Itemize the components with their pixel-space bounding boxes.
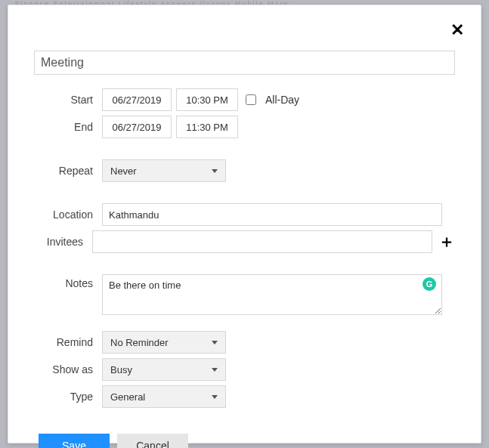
event-form: Start All-Day End Repeat Never (34, 88, 455, 448)
row-notes: Notes G (34, 274, 455, 317)
end-date-input[interactable] (102, 116, 172, 138)
label-end: End (34, 121, 102, 133)
label-location: Location (34, 209, 102, 221)
all-day-checkbox[interactable] (246, 94, 256, 105)
row-type: Type General (34, 385, 455, 408)
label-remind: Remind (34, 336, 102, 348)
row-end: End (34, 116, 455, 138)
save-button[interactable]: Save (39, 434, 110, 448)
type-value: General (110, 391, 145, 403)
cancel-button[interactable]: Cancel (117, 434, 188, 448)
modal-body: Start All-Day End Repeat Never (34, 51, 455, 428)
type-select[interactable]: General (102, 385, 226, 408)
label-showas: Show as (34, 363, 102, 375)
notes-wrap: G (102, 274, 442, 317)
row-repeat: Repeat Never (34, 159, 455, 182)
end-time-input[interactable] (176, 116, 238, 138)
showas-select[interactable]: Busy (102, 358, 226, 381)
footer-buttons: Save Cancel (34, 434, 455, 448)
repeat-select[interactable]: Never (102, 159, 226, 182)
remind-value: No Reminder (110, 337, 169, 348)
label-repeat: Repeat (34, 165, 102, 177)
label-type: Type (34, 391, 102, 403)
close-icon[interactable]: ✕ (450, 22, 464, 39)
start-time-input[interactable] (176, 88, 238, 111)
repeat-value: Never (110, 165, 137, 177)
label-notes: Notes (34, 274, 102, 289)
label-invitees: Invitees (34, 236, 92, 248)
add-invitee-icon[interactable]: ＋ (438, 233, 455, 250)
label-start: Start (34, 94, 102, 106)
location-input[interactable] (102, 203, 442, 226)
row-invitees: Invitees ＋ (34, 230, 455, 253)
showas-value: Busy (110, 364, 132, 375)
all-day-label: All-Day (265, 94, 299, 106)
start-date-input[interactable] (102, 88, 172, 111)
row-location: Location (34, 203, 455, 226)
remind-select[interactable]: No Reminder (102, 331, 226, 354)
row-showas: Show as Busy (34, 358, 455, 381)
row-start: Start All-Day (34, 88, 455, 111)
notes-textarea[interactable] (102, 274, 442, 315)
event-modal: ✕ Start All-Day End R (8, 5, 481, 443)
row-remind: Remind No Reminder (34, 331, 455, 354)
event-title-input[interactable] (34, 51, 455, 75)
invitees-input[interactable] (92, 230, 432, 253)
